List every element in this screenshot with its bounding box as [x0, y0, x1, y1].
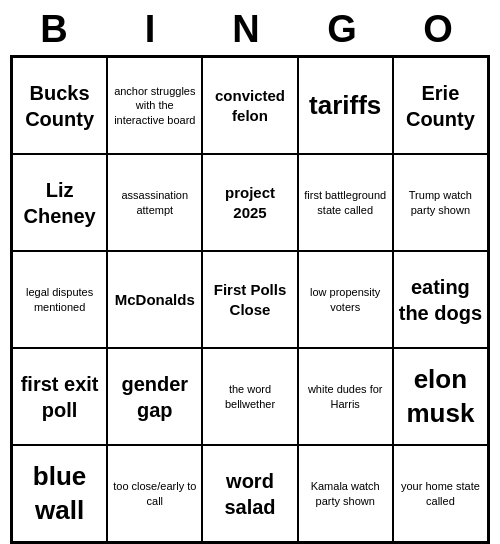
cell-11[interactable]: McDonalds: [107, 251, 202, 348]
cell-10[interactable]: legal disputes mentioned: [12, 251, 107, 348]
title-g: G: [306, 8, 386, 51]
cell-22[interactable]: word salad: [202, 445, 297, 542]
bingo-grid: Bucks County anchor struggles with the i…: [10, 55, 490, 544]
cell-2[interactable]: convicted felon: [202, 57, 297, 154]
cell-0[interactable]: Bucks County: [12, 57, 107, 154]
cell-18[interactable]: white dudes for Harris: [298, 348, 393, 445]
cell-3[interactable]: tariffs: [298, 57, 393, 154]
cell-14[interactable]: eating the dogs: [393, 251, 488, 348]
title-o: O: [402, 8, 482, 51]
title-n: N: [210, 8, 290, 51]
cell-4[interactable]: Erie County: [393, 57, 488, 154]
cell-8[interactable]: first battleground state called: [298, 154, 393, 251]
cell-24[interactable]: your home state called: [393, 445, 488, 542]
cell-21[interactable]: too close/early to call: [107, 445, 202, 542]
cell-9[interactable]: Trump watch party shown: [393, 154, 488, 251]
cell-16[interactable]: gender gap: [107, 348, 202, 445]
cell-15[interactable]: first exit poll: [12, 348, 107, 445]
title-b: B: [18, 8, 98, 51]
cell-20[interactable]: blue wall: [12, 445, 107, 542]
cell-13[interactable]: low propensity voters: [298, 251, 393, 348]
cell-1[interactable]: anchor struggles with the interactive bo…: [107, 57, 202, 154]
cell-7[interactable]: project 2025: [202, 154, 297, 251]
cell-5[interactable]: Liz Cheney: [12, 154, 107, 251]
bingo-title: B I N G O: [10, 0, 490, 55]
cell-6[interactable]: assassination attempt: [107, 154, 202, 251]
cell-19[interactable]: elon musk: [393, 348, 488, 445]
title-i: I: [114, 8, 194, 51]
cell-12[interactable]: First Polls Close: [202, 251, 297, 348]
cell-17[interactable]: the word bellwether: [202, 348, 297, 445]
cell-23[interactable]: Kamala watch party shown: [298, 445, 393, 542]
